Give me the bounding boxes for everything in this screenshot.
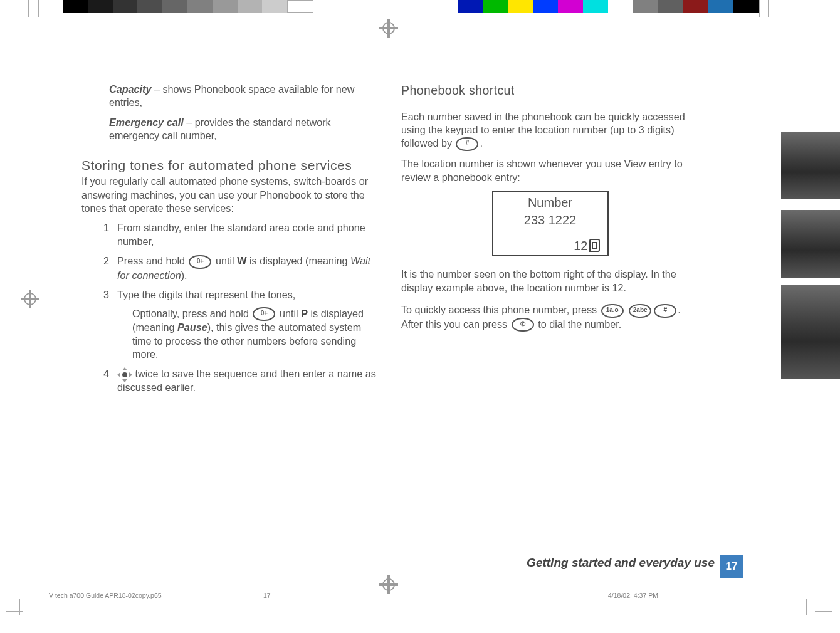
register-mark-icon (379, 575, 398, 594)
crop-mark (806, 599, 807, 615)
crop-mark (759, 0, 760, 17)
display-location: 12 (497, 238, 604, 254)
crop-mark (38, 0, 39, 17)
step-1: From standby, enter the standard area co… (117, 221, 379, 248)
step-number: 1 (81, 221, 117, 248)
shortcut-p1: Each number saved in the phonebook can b… (401, 110, 699, 151)
capacity-line: Capacity – shows Phonebook space availab… (109, 83, 379, 110)
key-hash-icon: # (456, 137, 478, 151)
step-number: 4 (81, 367, 117, 394)
step-number: 2 (81, 254, 117, 282)
key-0plus-icon: 0+ (189, 255, 211, 269)
step-3-optional: Optionally, press and hold 0+ until P is… (132, 307, 379, 362)
key-call-icon: ✆ (512, 318, 534, 332)
crop-mark (19, 599, 20, 615)
step-2: Press and hold 0+ until W is displayed (… (117, 254, 379, 282)
heading-storing-tones: Storing tones for automated phone servic… (81, 157, 379, 174)
term-capacity: Capacity (109, 83, 151, 95)
decorative-photo-strip (781, 285, 840, 379)
step-number: 3 (81, 288, 117, 361)
grayscale-swatch-bar (63, 0, 313, 13)
shortcut-p3: It is the number seen on the bottom righ… (401, 268, 699, 295)
color-swatch-bar (458, 0, 759, 13)
shortcut-p2: The location number is shown whenever yo… (401, 157, 699, 184)
decorative-photo-strip (781, 210, 840, 278)
emergency-line: Emergency call – provides the standard n… (109, 116, 379, 143)
term-emergency: Emergency call (109, 117, 184, 128)
decorative-photo-strip (781, 132, 840, 199)
step-3: Type the digits that represent the tones… (117, 288, 379, 361)
page-number-box: 17 (720, 555, 743, 578)
key-1-icon: 1a.o (601, 304, 624, 318)
key-hash-icon: # (654, 304, 676, 318)
key-2-icon: 2abc (629, 304, 651, 318)
joystick-icon (118, 369, 131, 381)
display-number: 233 1222 (497, 212, 604, 228)
crop-mark (815, 611, 832, 612)
phone-display-example: Number 233 1222 12 (492, 191, 609, 256)
section-title: Getting started and everyday use (527, 555, 715, 570)
footer-timestamp: 4/18/02, 4:37 PM (608, 592, 658, 600)
left-column: Capacity – shows Phonebook space availab… (81, 83, 379, 401)
steps-list: 1 From standby, enter the standard area … (81, 221, 379, 394)
sim-icon (589, 239, 600, 252)
pause-symbol: P (301, 308, 308, 319)
shortcut-p4: To quickly access this phone number, pre… (401, 303, 699, 332)
storing-intro: If you regularly call automated phone sy… (81, 175, 379, 215)
crop-mark (768, 0, 769, 17)
right-column: Phonebook shortcut Each number saved in … (401, 83, 699, 338)
footer-print-page: 17 (263, 592, 271, 600)
register-mark-icon (379, 19, 398, 38)
step-4: twice to save the sequence and then ente… (117, 367, 379, 394)
key-0plus-icon: 0+ (253, 307, 275, 321)
crop-mark (28, 0, 29, 17)
footer-filename: V tech a700 Guide APR18-02copy.p65 (49, 592, 162, 600)
heading-shortcut: Phonebook shortcut (401, 83, 699, 99)
register-mark-icon (21, 290, 39, 308)
display-title: Number (497, 194, 604, 211)
wait-symbol: W (237, 255, 246, 266)
crop-mark (6, 611, 23, 612)
